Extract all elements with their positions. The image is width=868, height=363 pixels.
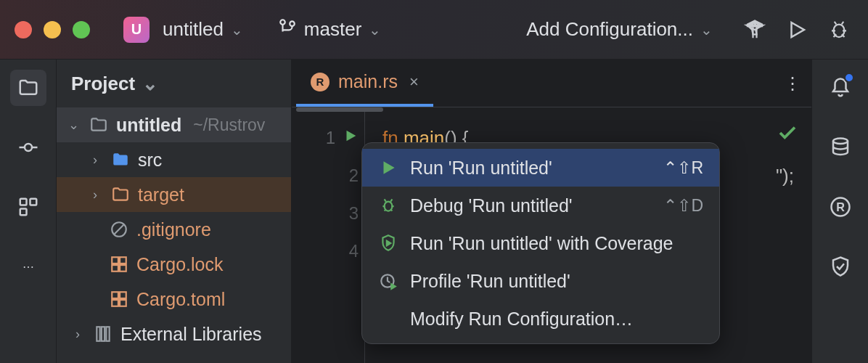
svg-rect-15 [120,300,126,306]
chevron-down-icon: ⌄ [700,21,713,38]
clock-play-icon [378,271,398,291]
chevron-right-icon: › [70,327,86,342]
project-panel: Project ⌄ ⌄ untitled ~/Rustrov › src › [57,60,292,363]
svg-text:R: R [836,200,845,213]
debug-button[interactable] [824,15,853,44]
folder-icon [89,115,109,135]
chevron-down-icon: ⌄ [369,21,381,38]
line-number: 3 [349,203,359,224]
tree-folder-src[interactable]: › src [57,142,291,177]
tree-external-libraries[interactable]: › External Libraries [57,317,291,351]
branch-name-label: master [304,18,361,41]
tree-label: External Libraries [120,324,262,345]
menu-item-profile[interactable]: Profile 'Run untitled' [362,262,719,300]
menu-label: Run 'Run untitled' [410,158,652,179]
project-panel-header[interactable]: Project ⌄ [57,60,291,107]
tab-main-rs[interactable]: R main.rs × [296,60,433,107]
git-branch-selector[interactable]: master ⌄ [278,17,381,41]
svg-rect-4 [20,199,26,205]
database-tool-button[interactable] [822,129,859,166]
menu-label: Modify Run Configuration… [410,309,703,330]
rust-file-icon: R [311,73,329,91]
gutter-line: 3 [292,195,364,232]
tree-label: src [138,150,162,171]
menu-label: Debug 'Run untitled' [410,195,652,216]
notification-dot [844,73,854,83]
menu-item-debug[interactable]: Debug 'Run untitled' ⌃⇧D [362,187,719,224]
line-number: 1 [326,128,335,148]
project-panel-title: Project [71,73,135,95]
cargo-icon [109,289,129,309]
notifications-button[interactable] [822,70,859,106]
svg-rect-11 [120,265,126,272]
more-horizontal-icon: ⋯ [22,260,34,274]
svg-rect-13 [120,292,126,298]
gutter-line[interactable]: 1 [292,119,364,157]
more-tool-button[interactable]: ⋯ [10,248,46,285]
svg-rect-5 [30,199,36,205]
more-vertical-icon: ⋮ [784,73,803,94]
commit-tool-button[interactable] [10,129,46,166]
titlebar: U untitled ⌄ master ⌄ Add Configuration.… [0,0,868,60]
tree-label: target [138,184,184,205]
menu-shortcut: ⌃⇧R [663,158,703,178]
tree-label: Cargo.toml [136,289,225,310]
library-icon [93,324,113,344]
play-icon [378,158,398,178]
close-icon[interactable]: × [409,73,419,91]
inspections-ok-icon[interactable] [777,122,798,147]
bug-icon [378,195,398,216]
run-config-selector[interactable]: Add Configuration... ⌄ [526,18,713,41]
right-tool-rail: R [811,60,868,363]
gutter-line: 4 [292,232,364,270]
menu-item-run[interactable]: Run 'Run untitled' ⌃⇧R [362,149,719,187]
tree-label: .gitignore [136,219,211,240]
tab-more-button[interactable]: ⋮ [775,60,811,107]
chevron-down-icon: ⌄ [142,73,158,95]
tree-file-cargo-toml[interactable]: Cargo.toml [57,282,291,317]
ignore-icon [109,219,129,240]
svg-rect-8 [112,257,118,264]
left-tool-rail: ⋯ [0,60,57,363]
build-button[interactable] [740,15,769,44]
security-tool-button[interactable] [822,248,859,285]
structure-tool-button[interactable] [10,189,46,225]
run-button[interactable] [782,15,811,44]
tree-file-cargo-lock[interactable]: Cargo.lock [57,247,291,282]
chevron-down-icon: ⌄ [65,117,81,133]
run-gutter-icon[interactable] [343,128,359,148]
maximize-window-button[interactable] [73,21,90,38]
tree-file-gitignore[interactable]: .gitignore [57,212,291,247]
minimize-window-button[interactable] [44,21,61,38]
project-selector[interactable]: untitled ⌄ [163,18,243,41]
project-name-label: untitled [163,18,224,41]
svg-rect-9 [120,257,126,264]
svg-rect-16 [97,327,99,341]
folder-icon [110,150,131,170]
rust-tool-button[interactable]: R [822,189,859,225]
line-number: 2 [349,166,359,186]
git-branch-icon [278,17,297,41]
editor-tabs: R main.rs × ⋮ [292,60,811,107]
tree-root[interactable]: ⌄ untitled ~/Rustrov [57,107,291,142]
project-tree: ⌄ untitled ~/Rustrov › src › target [57,107,291,363]
svg-rect-6 [20,209,26,216]
close-window-button[interactable] [15,21,32,38]
tree-folder-target[interactable]: › target [57,177,291,212]
gutter: 1 2 3 4 [292,112,364,363]
menu-label: Run 'Run untitled' with Coverage [410,233,703,254]
shield-play-icon [378,233,398,253]
svg-rect-10 [112,265,118,272]
menu-item-modify-config[interactable]: Modify Run Configuration… [362,300,719,338]
tree-path: ~/Rustrov [193,115,265,135]
menu-item-coverage[interactable]: Run 'Run untitled' with Coverage [362,224,719,262]
project-tool-button[interactable] [10,70,46,106]
svg-rect-14 [112,300,118,306]
run-context-menu: Run 'Run untitled' ⌃⇧R Debug 'Run untitl… [361,142,720,344]
svg-point-0 [280,20,285,25]
tree-label: untitled [116,115,181,136]
run-config-label: Add Configuration... [526,18,693,41]
svg-point-3 [25,144,32,151]
chevron-right-icon: › [87,152,103,168]
chevron-down-icon: ⌄ [231,21,243,38]
